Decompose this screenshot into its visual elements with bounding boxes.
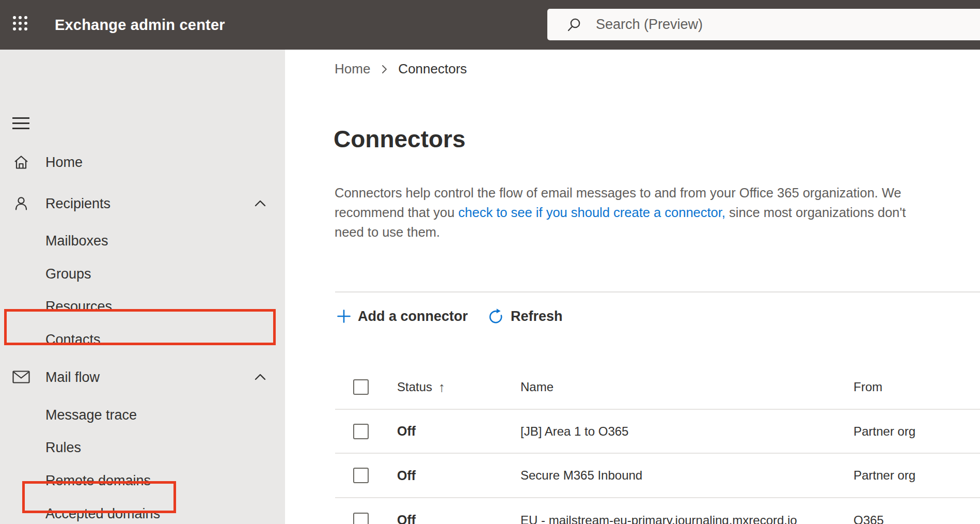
breadcrumb-home-link[interactable]: Home [335, 61, 370, 77]
select-all-checkbox[interactable] [353, 379, 369, 395]
row-checkbox[interactable] [353, 513, 369, 524]
table-row[interactable]: Off Secure M365 Inbound Partner org [335, 454, 980, 498]
sidebar-item-remote-domains[interactable]: Remote domains [0, 464, 285, 497]
column-header-status[interactable]: Status ↑ [397, 379, 520, 395]
sidebar-item-label: Accepted domains [45, 506, 160, 522]
exchange-admin-center-window: Exchange admin center Home [0, 0, 980, 524]
sidebar: Home Recipients Mailboxes Groups Resourc… [0, 50, 285, 524]
table-row[interactable]: Off EU - mailstream-eu-primary.journalin… [335, 498, 980, 524]
cell-status: Off [397, 424, 520, 439]
sidebar-item-label: Rules [45, 440, 81, 456]
sidebar-item-label: Home [45, 155, 83, 171]
column-header-name[interactable]: Name [520, 380, 853, 394]
main-content: Home Connectors Connectors Connectors he… [285, 50, 980, 524]
page-title: Connectors [334, 125, 466, 153]
home-icon [12, 153, 30, 171]
search-input[interactable] [596, 17, 906, 33]
chevron-up-icon[interactable] [253, 370, 267, 384]
breadcrumb: Home Connectors [335, 61, 467, 77]
sidebar-item-label: Recipients [45, 196, 110, 212]
cell-name[interactable]: [JB] Area 1 to O365 [520, 424, 853, 439]
mail-icon [12, 368, 30, 386]
cell-from: Partner org [853, 468, 980, 483]
sidebar-item-message-trace[interactable]: Message trace [0, 398, 285, 431]
table-header-row: Status ↑ Name From [335, 365, 980, 410]
sidebar-item-label: Message trace [45, 407, 137, 423]
add-connector-button[interactable]: Add a connector [337, 309, 468, 325]
sidebar-item-accepted-domains[interactable]: Accepted domains [0, 497, 285, 524]
search-box[interactable] [547, 9, 980, 40]
row-checkbox[interactable] [353, 424, 369, 439]
cell-status: Off [397, 513, 520, 524]
sidebar-item-mail-flow[interactable]: Mail flow [0, 361, 285, 394]
sidebar-item-mailboxes[interactable]: Mailboxes [0, 224, 285, 257]
column-header-from[interactable]: From [853, 380, 980, 394]
cell-status: Off [397, 468, 520, 483]
sidebar-item-label: Resources [45, 299, 112, 315]
page-description: Connectors help control the flow of emai… [335, 183, 906, 242]
toolbar-divider [335, 291, 980, 292]
sidebar-item-contacts[interactable]: Contacts [0, 323, 285, 356]
app-title: Exchange admin center [55, 0, 225, 50]
app-launcher-icon[interactable] [13, 16, 27, 30]
top-bar: Exchange admin center [0, 0, 980, 50]
cell-name[interactable]: Secure M365 Inbound [520, 468, 853, 483]
sidebar-item-label: Remote domains [45, 473, 151, 489]
sidebar-item-resources[interactable]: Resources [0, 290, 285, 323]
description-line: recommend that you check to see if you s… [335, 203, 906, 222]
sidebar-item-rules[interactable]: Rules [0, 431, 285, 464]
person-icon [12, 195, 30, 212]
plus-icon [337, 309, 351, 323]
hamburger-menu-icon[interactable] [12, 117, 29, 129]
sidebar-item-label: Groups [45, 266, 91, 282]
row-checkbox[interactable] [353, 468, 369, 483]
description-line: need to use them. [335, 222, 906, 242]
refresh-button[interactable]: Refresh [487, 308, 563, 325]
sidebar-item-groups[interactable]: Groups [0, 257, 285, 290]
sort-ascending-icon: ↑ [438, 379, 445, 395]
sidebar-item-label: Mail flow [45, 369, 100, 386]
search-icon [566, 17, 582, 33]
refresh-icon [487, 308, 504, 325]
sidebar-item-label: Contacts [45, 332, 101, 348]
chevron-right-icon [380, 64, 389, 75]
chevron-up-icon[interactable] [253, 196, 267, 211]
cell-from: O365 [853, 513, 980, 524]
cell-name[interactable]: EU - mailstream-eu-primary.journaling.mx… [520, 513, 853, 524]
sidebar-item-recipients[interactable]: Recipients [0, 187, 285, 220]
sidebar-item-label: Mailboxes [45, 233, 108, 249]
table-row[interactable]: Off [JB] Area 1 to O365 Partner org [335, 410, 980, 454]
create-connector-check-link[interactable]: check to see if you should create a conn… [459, 205, 725, 220]
cell-from: Partner org [853, 424, 980, 439]
breadcrumb-current: Connectors [398, 61, 467, 77]
toolbar: Add a connector Refresh [337, 304, 563, 329]
description-line: Connectors help control the flow of emai… [335, 183, 906, 203]
sidebar-item-home[interactable]: Home [0, 146, 285, 179]
